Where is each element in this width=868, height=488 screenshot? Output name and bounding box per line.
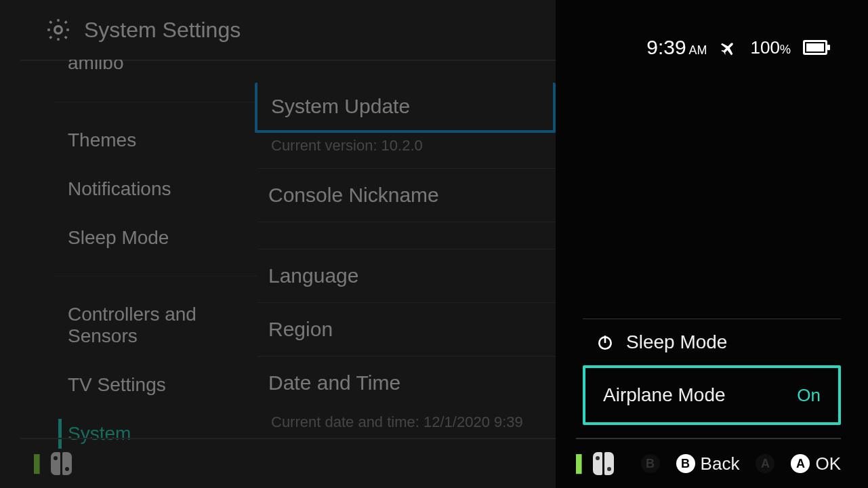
b-button-icon: B xyxy=(641,454,660,473)
status-bar: 9:39AM 100% xyxy=(556,0,868,68)
row-language[interactable]: Language xyxy=(257,249,556,302)
quick-sleep-mode[interactable]: Sleep Mode xyxy=(583,319,841,365)
controller-icon: ▌ xyxy=(34,452,72,475)
a-button-hint[interactable]: A OK xyxy=(791,453,841,474)
settings-content: System Update Current version: 10.2.0 Co… xyxy=(257,60,556,488)
sidebar: amiibo Themes Notifications Sleep Mode C… xyxy=(0,60,257,488)
row-region[interactable]: Region xyxy=(257,302,556,356)
row-system-update[interactable]: System Update xyxy=(255,83,556,133)
sidebar-item-amiibo[interactable]: amiibo xyxy=(0,60,257,88)
back-label: Back xyxy=(701,453,740,474)
quick-settings-panel: 9:39AM 100% Sleep Mode Airplane Mode On xyxy=(556,0,868,488)
b-button-hint[interactable]: B Back xyxy=(676,453,740,474)
sidebar-item-notifications[interactable]: Notifications xyxy=(0,165,257,214)
quick-airplane-value: On xyxy=(797,385,821,406)
ok-label: OK xyxy=(815,453,841,474)
header: System Settings xyxy=(0,0,556,60)
svg-point-0 xyxy=(55,26,62,34)
footer-right: ▌ B B Back A A OK xyxy=(576,438,841,488)
battery-icon xyxy=(803,40,827,55)
row-label: System Update xyxy=(271,95,410,117)
quick-sleep-label: Sleep Mode xyxy=(626,331,727,353)
quick-airplane-mode[interactable]: Airplane Mode On xyxy=(583,365,841,425)
sidebar-item-sleep-mode[interactable]: Sleep Mode xyxy=(0,214,257,262)
settings-background: System Settings amiibo Themes Notificati… xyxy=(0,0,556,488)
b-button-icon: B xyxy=(676,454,695,473)
quick-airplane-label: Airplane Mode xyxy=(603,384,726,406)
page-title: System Settings xyxy=(84,18,241,43)
gear-icon xyxy=(45,16,72,43)
sidebar-item-tv-settings[interactable]: TV Settings xyxy=(0,361,257,409)
sidebar-item-controllers[interactable]: Controllers and Sensors xyxy=(0,290,257,361)
power-icon xyxy=(596,333,614,351)
row-date-time[interactable]: Date and Time xyxy=(257,356,556,409)
clock: 9:39AM xyxy=(646,36,707,59)
controller-icon: ▌ xyxy=(576,452,614,475)
battery-percent: 100% xyxy=(751,37,791,58)
a-button-icon: A xyxy=(791,454,810,473)
sidebar-item-themes[interactable]: Themes xyxy=(0,116,257,165)
system-update-version: Current version: 10.2.0 xyxy=(257,133,556,168)
a-button-hint-dim: A xyxy=(756,454,774,473)
b-button-hint-dim: B xyxy=(641,454,660,473)
a-button-icon: A xyxy=(756,454,774,473)
airplane-icon xyxy=(720,38,739,57)
row-console-nickname[interactable]: Console Nickname xyxy=(257,168,556,222)
footer-left: ▌ xyxy=(20,438,556,488)
